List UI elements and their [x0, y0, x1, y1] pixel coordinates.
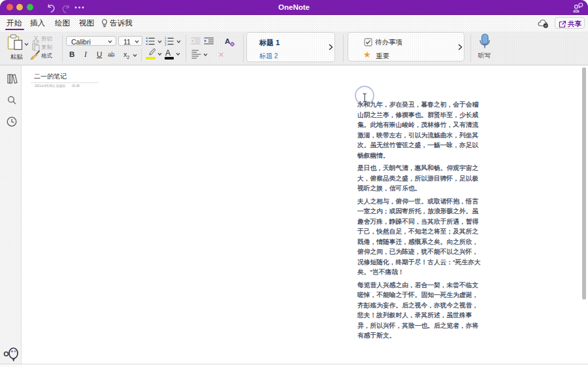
svg-text:3: 3	[165, 43, 167, 46]
